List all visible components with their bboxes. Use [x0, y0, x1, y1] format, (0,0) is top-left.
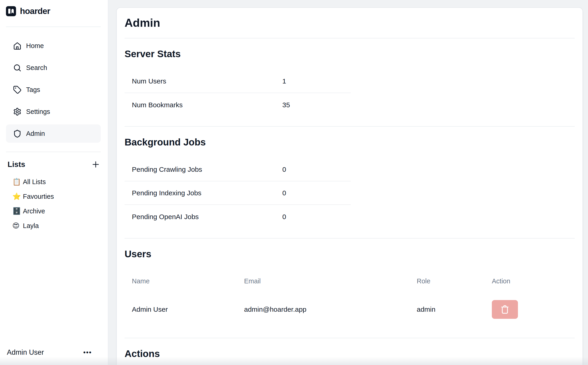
nav-label: Home	[26, 42, 44, 50]
server-stats-title: Server Stats	[124, 48, 575, 60]
nav-label: Tags	[26, 86, 40, 93]
user-email-cell: admin@hoarder.app	[237, 306, 409, 313]
delete-user-button[interactable]	[492, 300, 518, 319]
list-item-all-lists[interactable]: 📋 All Lists	[6, 175, 101, 189]
list-label: All Lists	[23, 178, 46, 186]
table-row: Num Users 1	[124, 70, 351, 93]
stat-label: Num Bookmarks	[124, 101, 282, 109]
search-icon	[13, 63, 22, 72]
trash-icon	[500, 305, 510, 314]
table-row: Pending Indexing Jobs 0	[124, 181, 351, 205]
heart-eyes-emoji-icon: 😍	[12, 222, 23, 229]
user-name-cell: Admin User	[124, 306, 237, 313]
hoarder-logo-icon	[6, 6, 16, 16]
clipboard-emoji-icon: 📋	[12, 178, 23, 185]
sidebar-divider	[6, 27, 101, 27]
column-header-name: Name	[124, 277, 237, 285]
stat-value: 35	[282, 101, 290, 109]
current-user-name: Admin User	[7, 348, 44, 357]
server-stats-table: Num Users 1 Num Bookmarks 35	[124, 70, 351, 117]
background-jobs-section: Background Jobs Pending Crawling Jobs 0 …	[124, 127, 575, 239]
list-label: Layla	[23, 222, 39, 230]
tag-icon	[13, 85, 22, 94]
page-title-row: Admin	[124, 8, 575, 38]
users-table-header: Name Email Role Action	[124, 272, 575, 291]
user-action-cell	[485, 300, 575, 319]
list-label: Archive	[23, 207, 45, 215]
stat-label: Pending OpenAI Jobs	[124, 213, 282, 221]
nav-label: Search	[26, 64, 47, 72]
home-icon	[13, 42, 22, 50]
table-row: Pending Crawling Jobs 0	[124, 158, 351, 181]
app-logo[interactable]: hoarder	[6, 6, 50, 16]
sidebar-item-settings[interactable]: Settings	[6, 102, 101, 121]
server-stats-section: Server Stats Num Users 1 Num Bookmarks 3…	[124, 38, 575, 127]
stat-label: Num Users	[124, 77, 282, 85]
background-jobs-table: Pending Crawling Jobs 0 Pending Indexing…	[124, 158, 351, 228]
lists-title: Lists	[7, 160, 25, 169]
stat-value: 0	[282, 213, 286, 221]
primary-nav: Home Search Tags Settings Admin	[6, 37, 101, 146]
main-area: Admin Server Stats Num Users 1 Num Bookm…	[109, 0, 588, 365]
list-item-favourties[interactable]: ⭐ Favourties	[6, 189, 101, 204]
table-row: Num Bookmarks 35	[124, 93, 351, 117]
list-label: Favourties	[23, 193, 54, 200]
stat-label: Pending Crawling Jobs	[124, 166, 282, 173]
column-header-role: Role	[409, 277, 485, 285]
sidebar-divider	[6, 152, 101, 152]
users-table: Name Email Role Action Admin User admin@…	[124, 272, 575, 328]
shield-icon	[13, 129, 22, 138]
stat-value: 1	[282, 77, 286, 85]
nav-label: Settings	[26, 108, 50, 115]
column-header-email: Email	[237, 277, 409, 285]
stat-value: 0	[282, 166, 286, 173]
admin-panel: Admin Server Stats Num Users 1 Num Bookm…	[116, 7, 583, 365]
sidebar-footer: Admin User •••	[7, 345, 92, 359]
stat-value: 0	[282, 189, 286, 197]
add-list-button[interactable]	[91, 159, 101, 169]
page-title: Admin	[124, 16, 160, 29]
sidebar-item-search[interactable]: Search	[6, 59, 101, 77]
lists-section: Lists 📋 All Lists ⭐ Favourties 🗄️ Archiv…	[6, 152, 101, 233]
column-header-action: Action	[485, 277, 575, 285]
nav-label: Admin	[26, 130, 45, 137]
star-emoji-icon: ⭐	[12, 193, 23, 200]
stat-label: Pending Indexing Jobs	[124, 189, 282, 197]
actions-section: Actions	[124, 338, 575, 365]
users-title: Users	[124, 248, 575, 260]
actions-title: Actions	[124, 348, 575, 360]
sidebar-item-tags[interactable]: Tags	[6, 80, 101, 99]
gear-icon	[13, 107, 22, 116]
sidebar-item-admin[interactable]: Admin	[6, 124, 101, 143]
user-role-cell: admin	[409, 306, 485, 313]
plus-icon	[92, 160, 100, 168]
list-item-layla[interactable]: 😍 Layla	[6, 218, 101, 233]
file-cabinet-emoji-icon: 🗄️	[12, 208, 23, 215]
table-row: Pending OpenAI Jobs 0	[124, 205, 351, 228]
background-jobs-title: Background Jobs	[124, 136, 575, 148]
list-item-archive[interactable]: 🗄️ Archive	[6, 204, 101, 218]
table-row: Admin User admin@hoarder.app admin	[124, 291, 575, 328]
sidebar-item-home[interactable]: Home	[6, 37, 101, 55]
users-section: Users Name Email Role Action Admin User …	[124, 239, 575, 338]
sidebar: hoarder Home Search Tags Settings	[0, 0, 108, 365]
user-menu-button[interactable]: •••	[83, 349, 92, 356]
app-name: hoarder	[20, 7, 50, 16]
